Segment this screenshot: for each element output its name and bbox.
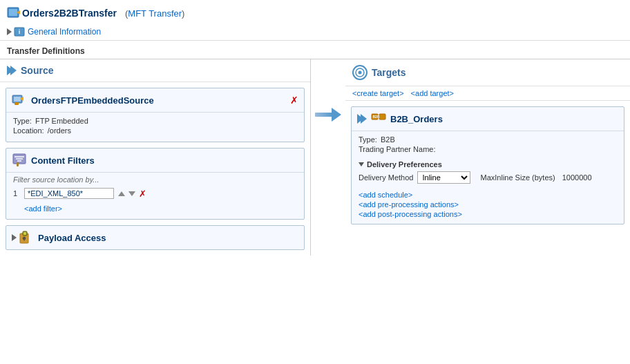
filter-icon [12,153,27,168]
payload-expand-icon[interactable] [12,234,17,241]
add-target-link[interactable]: <add target> [411,89,454,97]
target-card-body: Type: B2B Trading Partner Name: [352,131,624,157]
filter-delete-button[interactable]: ✗ [139,189,146,198]
targets-icon [352,65,368,80]
filters-card-header: Content Filters [6,149,304,173]
svg-rect-16 [23,232,26,235]
page-title: Orders2B2BTransfer [22,8,117,19]
svg-rect-8 [15,102,19,105]
targets-section-header: Targets [345,59,630,86]
right-panel: Targets <create target> <add target> B [345,59,630,256]
filter-number: 1 [13,189,24,198]
filters-title: Content Filters [31,155,95,166]
source-card-body: Type: FTP Embedded Location: /orders [6,113,304,142]
source-title: Source [21,65,53,76]
maxinline-value: 1000000 [562,173,592,182]
general-info-label[interactable]: General Information [28,27,101,37]
delivery-method-label: Delivery Method [359,173,413,182]
add-schedule-link[interactable]: <add schedule> [359,191,617,199]
svg-text:i: i [19,28,21,35]
svg-rect-18 [24,239,25,241]
payload-title: Payload Access [38,233,106,243]
filters-description: Filter source location by... [13,175,297,184]
payload-access-section: Payload Access [6,225,305,250]
left-panel: Source OrdersFTPEmbeddedSource ✗ [0,59,311,256]
mft-icon [7,6,22,21]
main-area: Source OrdersFTPEmbeddedSource ✗ [0,59,630,256]
remove-source-button[interactable]: ✗ [290,95,298,105]
delivery-method-select[interactable]: Inline Batch Streaming [417,171,470,184]
ftp-embedded-icon [12,93,27,108]
header-subtitle: (MFT Transfer) [125,8,184,19]
source-section-header: Source [0,59,310,82]
payload-icon [19,230,34,245]
delivery-collapse-icon[interactable] [359,162,364,166]
source-location-row: Location: /orders [13,126,297,135]
general-info-row: i General Information [0,23,630,41]
source-card-title-group: OrdersFTPEmbeddedSource [12,93,154,108]
transfer-defs-label: Transfer Definitions [0,41,630,59]
b2b-icon: B2B [371,111,386,126]
source-icon [7,66,17,75]
source-card: OrdersFTPEmbeddedSource ✗ Type: FTP Embe… [6,88,305,142]
svg-rect-6 [14,97,21,102]
general-info-icon: i [14,26,25,37]
expand-icon[interactable] [7,28,12,35]
target-links: <add schedule> <add pre-processing actio… [352,189,624,224]
filter-row-1: 1 ✗ [13,188,297,199]
svg-point-23 [359,71,362,75]
svg-rect-1 [9,9,17,16]
filter-controls: ✗ [118,189,146,198]
add-filter-link[interactable]: <add filter> [24,204,62,213]
source-card-name: OrdersFTPEmbeddedSource [31,95,154,106]
targets-actions: <create target> <add target> [345,86,630,101]
add-preprocessing-link[interactable]: <add pre-processing actions> [359,200,617,209]
source-type-row: Type: FTP Embedded [13,117,297,125]
create-target-link[interactable]: <create target> [352,89,404,97]
filter-up-button[interactable] [118,191,125,196]
svg-rect-13 [17,162,19,166]
svg-rect-19 [315,113,333,117]
delivery-preferences: Delivery Preferences Delivery Method Inl… [352,157,624,189]
svg-marker-20 [332,108,341,122]
target-card-name: B2B_Orders [390,114,443,124]
payload-header: Payload Access [6,226,304,249]
targets-title: Targets [372,67,406,78]
page-header: Orders2B2BTransfer (MFT Transfer) [0,0,630,23]
target-card: B2B B2B_Orders Type: B2B Trading Partner… [351,106,624,224]
filter-value-input[interactable] [24,188,114,199]
filters-body: Filter source location by... 1 ✗ <add fi… [6,173,304,219]
delivery-prefs-title: Delivery Preferences [359,160,617,169]
content-filters-card: Content Filters Filter source location b… [6,148,305,220]
filter-down-button[interactable] [128,191,135,196]
svg-rect-25 [379,114,385,119]
source-to-target-arrow [311,59,345,256]
target-card-header: B2B B2B_Orders [352,107,624,131]
source-card-header: OrdersFTPEmbeddedSource ✗ [6,88,304,113]
target-type-row: Type: B2B [359,135,617,144]
maxinline-label: MaxInline Size (bytes) [480,173,555,182]
target-partner-row: Trading Partner Name: [359,145,617,153]
delivery-method-row: Delivery Method Inline Batch Streaming M… [359,171,617,184]
svg-text:B2B: B2B [373,115,380,119]
target-card-icon [357,114,367,124]
add-postprocessing-link[interactable]: <add post-processing actions> [359,210,617,218]
